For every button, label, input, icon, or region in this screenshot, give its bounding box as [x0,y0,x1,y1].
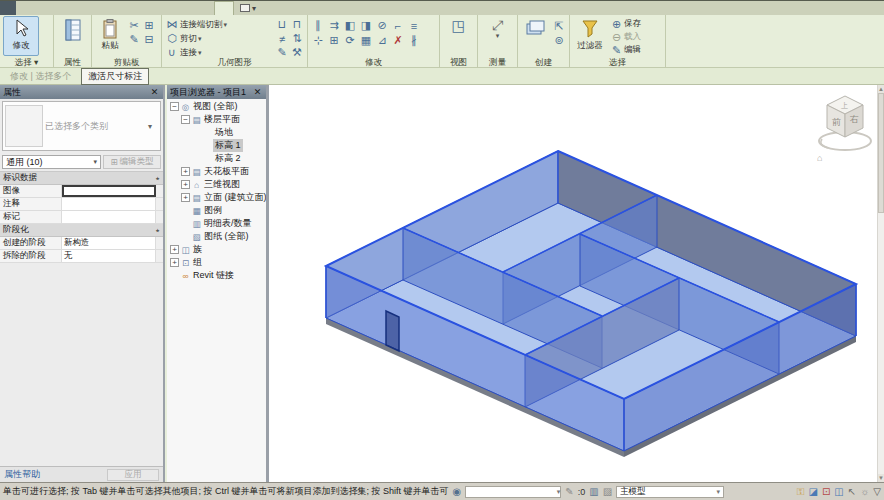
tree-expander[interactable]: + [181,193,190,202]
ribbon-tab[interactable] [124,1,142,15]
ribbon-tab[interactable] [178,1,196,15]
scrollbar-thumb[interactable] [878,93,884,213]
tree-schedules[interactable]: ▥ 明细表/数量 [167,217,266,230]
create-group-button[interactable] [521,16,550,56]
selection-filter-icon[interactable]: ▽ [873,486,881,497]
join-cut-button[interactable]: ⋈连接端切割▾ [165,18,273,31]
trim-icon[interactable]: ⌐ [391,19,405,32]
tree-groups[interactable]: + ⊡ 组 [167,256,266,269]
search-icon[interactable]: ◉ [453,486,462,497]
editing-requests-icon[interactable]: ✎ [565,486,573,497]
mirror-axis-icon[interactable]: ◧ [343,19,357,32]
selection-edit-button[interactable]: ✎编辑 [609,44,643,56]
model-3d-view[interactable] [269,85,878,468]
properties-filter-select[interactable]: 通用 (10)▾ [2,155,101,169]
offset-icon[interactable]: ⇉ [327,19,341,32]
edit-type-button[interactable]: ⊞编辑类型 [103,155,161,169]
view-cube[interactable]: 前 右 上 ⌂ [816,89,874,165]
tree-revit-links[interactable]: ∞ Revit 链接 [167,269,266,282]
comment-value-field[interactable] [62,198,156,210]
ribbon-tab[interactable] [160,1,178,15]
activate-dimensions-button[interactable]: 激活尺寸标注 [81,68,149,85]
search-combo[interactable]: ▾ [465,486,561,498]
ribbon-tab[interactable] [88,1,106,15]
tree-expander[interactable]: + [181,180,190,189]
copy-icon[interactable]: ⊞ [327,34,341,47]
selection-box-button[interactable]: ◳ [443,16,474,56]
tree-level-1[interactable]: 标高 1 [167,139,266,152]
copy-to-clipboard-icon[interactable]: ⊞ [142,19,156,32]
image-value-field[interactable] [62,185,156,197]
project-browser-header[interactable]: 项目浏览器 - 项目1 ✕ [167,85,266,99]
scale-icon[interactable]: ⊿ [375,34,389,47]
ribbon-tab[interactable] [16,1,34,15]
beam-joins-icon[interactable]: ⊓ [290,18,304,31]
vertical-scrollbar[interactable]: ▲ ▼ [877,85,884,482]
link-select-icon[interactable]: ◪ [808,486,817,497]
active-workset-select[interactable]: 主模型▾ [616,486,724,498]
tree-ceiling-plans[interactable]: + ▤ 天花板平面 [167,165,266,178]
cut-to-clipboard-icon[interactable]: ✂ [127,19,141,32]
underlay-select-icon[interactable]: ⊡ [822,486,830,497]
ribbon-display-toggle[interactable]: ▾ [240,1,256,15]
ribbon-tab[interactable] [70,1,88,15]
scroll-down-icon[interactable]: ▼ [878,474,884,482]
tree-legends[interactable]: ▦ 图例 [167,204,266,217]
tree-3d-views[interactable]: + ⌂ 三维视图 [167,178,266,191]
unjoin-icon[interactable]: ≠ [275,32,289,45]
worksets-dialog-icon[interactable]: ▨ [603,486,612,497]
close-icon[interactable]: ✕ [149,87,160,97]
background-process-icon[interactable]: ☼ [860,486,869,497]
pick-type-icon[interactable]: ⊟ [142,33,156,46]
properties-header[interactable]: 属性 ✕ [0,85,163,99]
filter-button[interactable]: 过滤器 [573,16,607,56]
tree-expander[interactable]: + [170,258,179,267]
tree-views-all[interactable]: − ◎ 视图 (全部) [167,100,266,113]
ribbon-tab[interactable] [0,1,16,15]
tree-expander[interactable]: + [170,245,179,254]
split-element-icon[interactable]: ∦ [407,34,421,47]
type-selector[interactable]: 已选择多个类别 ▾ [2,101,161,151]
tree-floor-plans[interactable]: − ▤ 楼层平面 [167,113,266,126]
tree-expander[interactable]: − [170,102,179,111]
wall-joins-icon[interactable]: ⊔ [275,18,289,31]
modify-tool-button[interactable]: 修改 [3,16,39,56]
worksets-icon[interactable]: ▥ [589,486,598,497]
ribbon-tab[interactable] [106,1,124,15]
delete-icon[interactable]: ✗ [391,34,405,47]
selection-load-button[interactable]: ⊖载入 [609,31,643,43]
tree-elevations[interactable]: + ▤ 立面 (建筑立面) [167,191,266,204]
match-type-icon[interactable]: ✎ [127,33,141,46]
drawing-area[interactable]: 前 右 上 ⌂ ▲ ▼ 1 : 100 ▤◧☀◐⊙▣◫◎∞☼▦⊞◇⊿ < [268,85,884,482]
tree-site[interactable]: 场地 [167,126,266,139]
properties-help-link[interactable]: 属性帮助 [4,468,40,481]
phase-demolished-field[interactable]: 无 [62,250,156,262]
home-icon[interactable]: ⌂ [817,153,822,163]
properties-toggle-button[interactable] [57,16,88,56]
scroll-up-icon[interactable]: ▲ [878,85,884,93]
ribbon-tab[interactable] [214,1,234,15]
create-assembly-icon[interactable]: ⊚ [552,34,566,47]
tree-families[interactable]: + ◫ 族 [167,243,266,256]
ribbon-tab[interactable] [34,1,52,15]
selection-save-button[interactable]: ⊕保存 [609,18,643,30]
phase-created-field[interactable]: 新构造 [62,237,156,249]
close-icon[interactable]: ✕ [252,87,263,97]
tree-expander[interactable]: + [181,167,190,176]
array-icon[interactable]: ▦ [359,34,373,47]
ribbon-tab[interactable] [196,1,214,15]
align-icon[interactable]: ∥ [311,19,325,32]
paste-button[interactable]: 粘贴 [95,16,125,56]
move-icon[interactable]: ⊹ [311,34,325,47]
cope-icon[interactable]: ≡ [407,19,421,32]
cut-geometry-button[interactable]: ⬡剪切▾ [165,32,273,45]
drag-on-selection-icon[interactable]: ↖ [848,486,856,497]
section-identity-data[interactable]: 标识数据٭ [0,172,163,185]
switch-order-icon[interactable]: ⇅ [290,32,304,45]
section-phasing[interactable]: 阶段化٭ [0,224,163,237]
ribbon-tab[interactable] [142,1,160,15]
door[interactable] [386,311,399,351]
tree-level-2[interactable]: 标高 2 [167,152,266,165]
mirror-draw-icon[interactable]: ◨ [359,19,373,32]
pinned-select-icon[interactable]: ◫ [834,486,843,497]
